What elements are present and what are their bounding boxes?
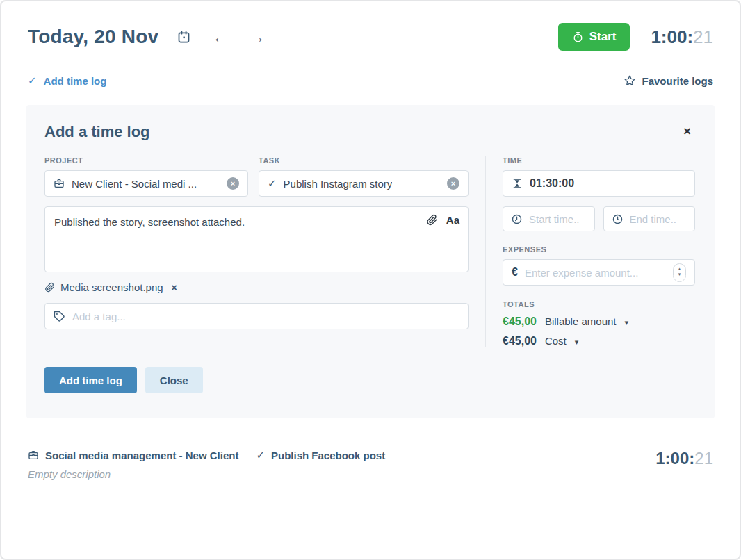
time-field[interactable]: 01:30:00 <box>503 170 695 197</box>
remove-attachment-icon[interactable]: × <box>172 282 177 293</box>
billable-amount-label: Billable amount <box>545 315 617 327</box>
stepper-up-icon[interactable]: ▲ <box>678 267 682 272</box>
toolbar: ✓ Add time log Favourite logs <box>26 74 715 87</box>
tag-field <box>44 303 469 329</box>
cost-label: Cost <box>545 335 567 347</box>
add-time-log-button[interactable]: Add time log <box>44 367 137 393</box>
paperclip-icon <box>44 282 55 293</box>
panel-title: Add a time log <box>44 123 150 141</box>
clear-project-icon[interactable]: × <box>227 177 239 190</box>
entry-timer: 1:00:21 <box>656 449 713 480</box>
add-time-log-panel: Add a time log × PROJECT <box>26 105 715 418</box>
close-icon[interactable]: × <box>679 123 695 139</box>
day-total-timer: 1:00:21 <box>651 26 713 48</box>
entry-description: Empty description <box>28 468 656 480</box>
next-day-arrow-icon[interactable]: → <box>249 29 265 45</box>
format-text-icon[interactable]: Aa <box>446 214 459 226</box>
description-input[interactable]: Published the story, screenshot attached… <box>45 207 468 272</box>
stepper-down-icon[interactable]: ▼ <box>678 272 682 278</box>
chevron-down-icon[interactable]: ▾ <box>575 338 579 347</box>
start-time-button[interactable]: Start time.. <box>503 206 595 231</box>
expense-amount-input[interactable] <box>525 267 666 279</box>
attachment-name[interactable]: Media screenshot.png <box>60 281 163 293</box>
briefcase-icon <box>28 450 39 461</box>
entry-task-name: Publish Facebook post <box>271 450 385 461</box>
favourite-logs-label: Favourite logs <box>642 75 713 87</box>
clock-icon <box>511 213 523 225</box>
task-label: TASK <box>259 156 469 165</box>
header: Today, 20 Nov ← → Start 1:00:21 <box>26 23 715 51</box>
time-value: 01:30:00 <box>530 177 574 190</box>
chevron-down-icon[interactable]: ▾ <box>625 318 629 327</box>
currency-symbol: € <box>512 266 518 279</box>
hourglass-icon <box>512 178 523 189</box>
page-title: Today, 20 Nov <box>28 26 158 48</box>
expense-field: € ▲ ▼ <box>503 259 695 286</box>
attachment-chip: Media screenshot.png × <box>44 281 469 293</box>
clear-task-icon[interactable]: × <box>447 177 459 190</box>
project-value: New Client - Social medi ... <box>72 178 197 190</box>
attach-file-icon[interactable] <box>426 214 438 226</box>
end-time-placeholder: End time.. <box>630 213 677 225</box>
app-window: Today, 20 Nov ← → Start 1:00:21 <box>0 0 741 560</box>
prev-day-arrow-icon[interactable]: ← <box>212 29 228 45</box>
check-icon: ✓ <box>268 177 277 190</box>
stopwatch-icon <box>572 31 584 43</box>
start-time-placeholder: Start time.. <box>529 213 580 225</box>
add-time-log-link[interactable]: ✓ Add time log <box>28 74 106 87</box>
close-button[interactable]: Close <box>145 367 203 393</box>
cost-row[interactable]: €45,00 Cost ▾ <box>503 335 695 347</box>
end-time-button[interactable]: End time.. <box>603 206 696 231</box>
billable-amount-row[interactable]: €45,00 Billable amount ▾ <box>503 315 695 328</box>
totals-label: TOTALS <box>503 300 695 308</box>
tag-input[interactable] <box>72 311 459 322</box>
project-label: PROJECT <box>44 156 248 165</box>
project-field[interactable]: New Client - Social medi ... × <box>44 170 248 197</box>
expense-stepper[interactable]: ▲ ▼ <box>673 263 686 282</box>
description-box: Published the story, screenshot attached… <box>44 206 469 272</box>
clock-icon <box>612 213 624 225</box>
tag-icon <box>54 311 65 322</box>
favourite-logs-link[interactable]: Favourite logs <box>624 74 713 87</box>
billable-amount-value: €45,00 <box>503 315 537 328</box>
task-field[interactable]: ✓ Publish Instagram story × <box>259 170 469 197</box>
add-time-log-label: Add time log <box>44 75 107 87</box>
star-icon <box>624 74 636 87</box>
check-icon: ✓ <box>28 74 37 87</box>
calendar-icon[interactable] <box>177 30 191 44</box>
briefcase-icon <box>54 178 65 189</box>
start-timer-button[interactable]: Start <box>558 23 630 51</box>
expenses-label: EXPENSES <box>503 245 695 254</box>
check-icon: ✓ <box>256 449 265 461</box>
task-value: Publish Instagram story <box>284 178 393 190</box>
start-button-label: Start <box>589 30 617 44</box>
entry-project: Social media management - New Client <box>45 450 238 461</box>
cost-value: €45,00 <box>503 335 537 347</box>
divider <box>485 156 486 347</box>
time-log-entry: Social media management - New Client ✓ P… <box>26 449 715 480</box>
time-label: TIME <box>503 156 695 165</box>
